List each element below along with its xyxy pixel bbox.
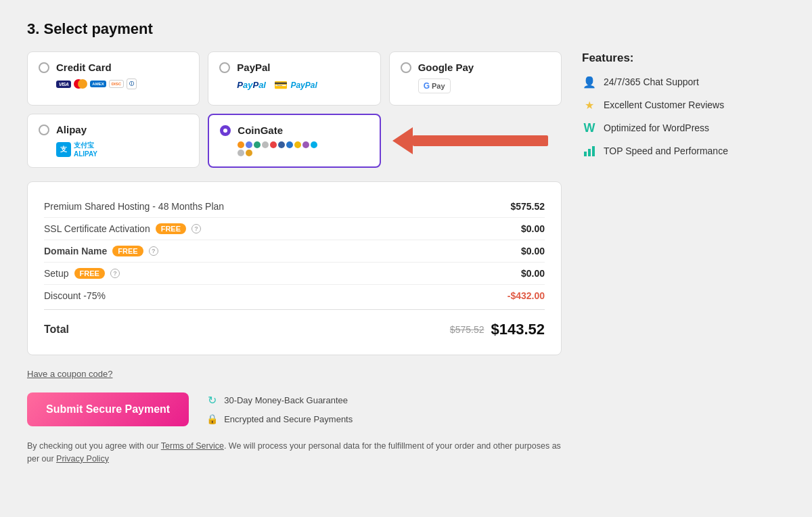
payment-option-paypal[interactable]: PayPal PayPal 💳 PayPal: [208, 51, 380, 106]
amex-icon: AMEX: [90, 81, 106, 87]
payment-label-coingate: CoinGate: [238, 125, 283, 136]
disclaimer-text-before: By checking out you agree with our: [27, 441, 161, 451]
order-total-values: $575.52 $143.52: [450, 321, 545, 338]
coin-other1: [262, 141, 269, 148]
payment-option-alipay[interactable]: Alipay 支 支付宝ALIPAY: [27, 114, 200, 168]
visa-icon: VISA: [56, 81, 71, 88]
feature-speed-text: TOP Speed and Performance: [604, 145, 728, 156]
mastercard-icon: [74, 79, 87, 89]
paypal-icons: PayPal 💳 PayPal: [237, 78, 369, 91]
payment-option-coingate[interactable]: CoinGate: [208, 114, 380, 168]
trust-text-secure: Encrypted and Secure Payments: [224, 414, 353, 424]
trust-text-refund: 30-Day Money-Back Guarantee: [224, 395, 348, 405]
help-icon-setup: ?: [110, 269, 120, 278]
lock-icon: 🔒: [205, 412, 219, 426]
alipay-text: 支付宝ALIPAY: [74, 141, 97, 158]
feature-chat: 👤 24/7/365 Chat Support: [582, 74, 785, 89]
svg-rect-1: [588, 149, 591, 156]
badge-ssl-free: FREE: [156, 223, 186, 234]
order-label-ssl: SSL Certificate Activation FREE ?: [44, 223, 201, 234]
credit-card-icons: VISA AMEX DISC ⓘ: [56, 78, 188, 89]
order-summary: Premium Shared Hosting - 48 Months Plan …: [27, 181, 562, 355]
diners-icon: ⓘ: [127, 78, 137, 89]
disclaimer: By checking out you agree with our Terms…: [27, 440, 562, 466]
submit-payment-button[interactable]: Submit Secure Payment: [27, 392, 189, 426]
tos-link[interactable]: Terms of Service: [161, 441, 224, 451]
order-value-discount: -$432.00: [508, 290, 545, 301]
radio-credit-card: [39, 62, 49, 73]
right-column: Features: 👤 24/7/365 Chat Support ★ Exce…: [582, 51, 785, 175]
coin-other5: [238, 150, 244, 156]
payment-methods-grid: Credit Card VISA AMEX DISC ⓘ PayP: [27, 51, 562, 168]
coupon-link[interactable]: Have a coupon code?: [27, 369, 562, 379]
radio-paypal: [219, 62, 230, 73]
payment-label-paypal: PayPal: [237, 62, 270, 73]
alipay-icons: 支 支付宝ALIPAY: [56, 141, 188, 158]
order-label-discount: Discount -75%: [44, 290, 106, 301]
trust-item-refund: ↻ 30-Day Money-Back Guarantee: [205, 393, 353, 407]
trust-items: ↻ 30-Day Money-Back Guarantee 🔒 Encrypte…: [205, 393, 353, 426]
coin-bitcoin: [238, 141, 244, 148]
payment-label-google-pay: Google Pay: [418, 62, 474, 73]
order-row-domain: Domain Name FREE ? $0.00: [44, 240, 545, 262]
arrow-container: [389, 114, 562, 168]
coin-bnb: [294, 141, 301, 148]
payment-option-credit-card[interactable]: Credit Card VISA AMEX DISC ⓘ: [27, 51, 200, 106]
payment-label-credit-card: Credit Card: [56, 62, 112, 73]
coin-usdt: [254, 141, 261, 148]
feature-wordpress-text: Optimized for WordPress: [604, 122, 709, 133]
order-label-domain: Domain Name FREE ?: [44, 246, 158, 256]
radio-coingate: [220, 125, 231, 136]
wp-icon: W: [582, 120, 597, 135]
arrow-indicator: [396, 127, 545, 154]
left-column: Credit Card VISA AMEX DISC ⓘ PayP: [27, 51, 562, 466]
payment-label-alipay: Alipay: [56, 124, 87, 135]
order-total-row: Total $575.52 $143.52: [44, 313, 545, 341]
order-value-domain: $0.00: [521, 246, 545, 256]
coin-avax: [270, 141, 277, 148]
gpay-badge: G Pay: [418, 78, 451, 93]
google-pay-icons: G Pay: [418, 78, 550, 93]
feature-speed: TOP Speed and Performance: [582, 143, 785, 158]
paypal-text: PayPal: [290, 81, 317, 90]
coingate-icons: [238, 141, 319, 156]
coin-other6: [246, 150, 252, 156]
svg-rect-0: [584, 152, 587, 156]
order-divider: [44, 309, 545, 310]
coin-usdc: [286, 141, 293, 148]
feature-reviews-text: Excellent Customer Reviews: [604, 99, 724, 110]
svg-rect-2: [592, 146, 595, 156]
help-icon-domain: ?: [149, 246, 158, 256]
order-total-label: Total: [44, 323, 69, 336]
refresh-icon: ↻: [205, 393, 219, 407]
feature-reviews: ★ Excellent Customer Reviews: [582, 97, 785, 112]
order-total-new: $143.52: [491, 321, 545, 338]
order-label-hosting: Premium Shared Hosting - 48 Months Plan: [44, 201, 224, 212]
coin-eth: [246, 141, 252, 148]
order-value-ssl: $0.00: [521, 223, 545, 234]
coin-other3: [302, 141, 309, 148]
badge-domain-free: FREE: [112, 246, 143, 256]
coin-other2: [278, 141, 285, 148]
alipay-icon: 支: [56, 142, 71, 157]
paypal-icon: 💳: [274, 78, 288, 91]
order-row-setup: Setup FREE ? $0.00: [44, 262, 545, 284]
submit-area: Submit Secure Payment ↻ 30-Day Money-Bac…: [27, 392, 562, 426]
person-icon: 👤: [582, 74, 597, 89]
bar-chart-icon: [582, 143, 597, 158]
radio-alipay: [39, 125, 49, 135]
paypal-logo: PayPal: [237, 80, 266, 90]
coin-other4: [311, 141, 317, 148]
payment-option-google-pay[interactable]: Google Pay G Pay: [389, 51, 562, 106]
trust-item-secure: 🔒 Encrypted and Secure Payments: [205, 412, 353, 426]
features-box: Features: 👤 24/7/365 Chat Support ★ Exce…: [582, 51, 785, 158]
privacy-policy-link[interactable]: Privacy Policy: [56, 454, 109, 464]
order-value-hosting: $575.52: [510, 201, 545, 212]
star-icon: ★: [582, 97, 597, 112]
page-title: 3. Select payment: [27, 20, 785, 38]
order-row-ssl: SSL Certificate Activation FREE ? $0.00: [44, 217, 545, 240]
radio-google-pay: [401, 62, 411, 73]
help-icon-ssl: ?: [191, 224, 201, 233]
order-label-setup: Setup FREE ?: [44, 268, 120, 279]
feature-chat-text: 24/7/365 Chat Support: [604, 76, 699, 87]
